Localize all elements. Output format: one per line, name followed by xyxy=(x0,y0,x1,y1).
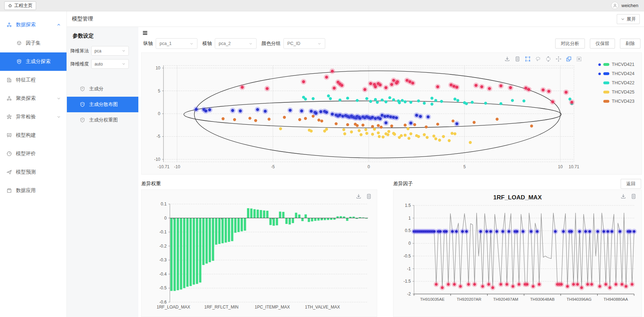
svg-text:0: 0 xyxy=(158,111,160,116)
sidebar-item-pca-explore[interactable]: 主成分探索 xyxy=(0,52,67,71)
weights-bar-chart[interactable]: 0.10-0.1-0.2-0.3-0.4-0.5-0.61RF_LOAD_MAX… xyxy=(142,190,375,315)
legend-swatch xyxy=(603,91,609,94)
sidebar-item-factor-set[interactable]: 因子集 xyxy=(0,34,67,52)
legend-item-THCVD423[interactable]: THCVD423 xyxy=(585,99,637,104)
svg-text:-0.1: -0.1 xyxy=(159,230,167,234)
x-axis-select[interactable]: pca_2 xyxy=(215,38,257,49)
param-nav-pca-scatter[interactable]: 主成分散布图 xyxy=(67,97,138,112)
lasso-select-icon[interactable] xyxy=(535,56,541,62)
project-home-button[interactable]: 工程主页 xyxy=(4,1,36,10)
legend-selected-dot xyxy=(598,63,601,66)
data-view-icon[interactable] xyxy=(514,56,521,62)
factor-line-chart[interactable]: 1.510.50-0.5-1-1.5-2TH910035AETH920207AR… xyxy=(393,201,641,305)
sidebar-item-cluster-explore[interactable]: 聚类探索 xyxy=(0,89,67,108)
select-value: pca_1 xyxy=(160,41,172,46)
download-icon[interactable] xyxy=(620,193,626,199)
sidebar-item-model-predict[interactable]: 模型预测 xyxy=(0,163,67,181)
svg-text:TH930648AB: TH930648AB xyxy=(530,297,554,301)
expand-button[interactable]: 展开 xyxy=(617,14,640,24)
download-icon[interactable] xyxy=(356,193,362,199)
sidebar-item-label: 数据应用 xyxy=(16,187,36,194)
y-axis-select[interactable]: pca_1 xyxy=(156,38,197,49)
param-field-label: 降维维度 xyxy=(70,61,89,67)
weights-section: 差异权重 0.10-0.1-0.2-0.3-0.4-0.5-0.61RF_LOA… xyxy=(141,178,377,317)
param-nav-pca-weight[interactable]: 主成分权重图 xyxy=(67,112,138,128)
factors-section-head: 差异因子 返回 xyxy=(393,178,642,189)
legend-item-THCVD421[interactable]: THCVD421 xyxy=(585,62,637,67)
svg-text:1.5: 1.5 xyxy=(405,203,411,208)
anomaly-icon xyxy=(6,114,12,120)
color-group-select[interactable]: PC_ID xyxy=(283,38,325,49)
svg-text:-0.2: -0.2 xyxy=(159,244,167,249)
x-axis-label: 横轴 xyxy=(202,40,212,47)
remove-button[interactable]: 剔除 xyxy=(620,39,640,49)
sidebar-item-data-explore[interactable]: 数据探索 xyxy=(0,16,67,34)
svg-text:-10: -10 xyxy=(174,164,180,169)
data-view-icon[interactable] xyxy=(631,193,637,199)
svg-text:10: 10 xyxy=(558,164,563,169)
select-value: pca xyxy=(94,49,101,53)
svg-text:-0.6: -0.6 xyxy=(159,300,167,305)
factors-section: 差异因子 返回 1RF_LOAD_MAX 1.510.50-0.5-1-1.5-… xyxy=(393,178,642,317)
clear-select-icon[interactable] xyxy=(576,56,582,62)
svg-text:-5: -5 xyxy=(156,134,160,139)
keep-only-button[interactable]: 仅保留 xyxy=(590,39,615,49)
reduce-dimension-select[interactable]: auto xyxy=(91,59,129,69)
back-button[interactable]: 返回 xyxy=(621,179,641,189)
factors-section-title: 差异因子 xyxy=(393,181,413,187)
pca-scatter-chart[interactable]: 1050-5-10-10.71-10-5051010.71 xyxy=(142,53,584,170)
keep-select-icon[interactable] xyxy=(566,56,572,62)
chevron-down-icon xyxy=(122,62,126,66)
svg-text:-0.4: -0.4 xyxy=(159,272,167,277)
sidebar-item-label: 因子集 xyxy=(26,40,41,46)
box-select-icon[interactable] xyxy=(525,56,531,62)
data-view-icon[interactable] xyxy=(366,193,372,199)
param-nav-label: 主成分 xyxy=(89,86,104,92)
legend-label: THCVD424 xyxy=(612,71,637,76)
svg-text:TH920207AR: TH920207AR xyxy=(457,297,482,301)
svg-text:10: 10 xyxy=(156,66,161,70)
factors-panel-icons xyxy=(620,193,637,199)
y-axis-label: 纵轴 xyxy=(143,40,153,47)
sidebar-item-data-app[interactable]: 数据应用 xyxy=(0,181,67,200)
svg-text:1RF_RFLCT_MIN: 1RF_RFLCT_MIN xyxy=(204,305,238,310)
sidebar-item-model-eval[interactable]: 模型评价 xyxy=(0,145,67,163)
factors-panel: 1RF_LOAD_MAX 1.510.50-0.5-1-1.5-2TH91003… xyxy=(393,189,642,317)
chevron-down-icon xyxy=(317,42,321,46)
hamburger-menu-icon[interactable] xyxy=(142,30,149,36)
svg-text:TH910035AE: TH910035AE xyxy=(420,297,444,301)
svg-text:-0.3: -0.3 xyxy=(159,257,167,262)
expand-button-label: 展开 xyxy=(627,16,636,22)
circle-select-icon[interactable] xyxy=(545,56,551,62)
svg-text:5: 5 xyxy=(158,89,160,94)
download-icon[interactable] xyxy=(504,56,510,62)
easel-icon xyxy=(6,132,12,138)
svg-text:10.71: 10.71 xyxy=(569,164,579,169)
gauge-icon xyxy=(6,151,12,157)
compare-analysis-button[interactable]: 对比分析 xyxy=(555,39,585,49)
svg-text:TH940880AA: TH940880AA xyxy=(604,297,628,301)
legend-swatch xyxy=(603,100,609,103)
legend-swatch xyxy=(603,63,609,66)
legend-item-THCVD425[interactable]: THCVD425 xyxy=(585,90,637,95)
sidebar-item-model-build[interactable]: 模型构建 xyxy=(0,126,67,145)
content-body: 参数设定 降维算法pca降维维度auto 主成分主成分散布图主成分权重图 纵轴p… xyxy=(67,27,644,317)
legend-label: THCVD425 xyxy=(612,90,637,95)
param-field-reduce-algorithm: 降维算法pca xyxy=(67,44,138,57)
legend-item-THCVD422[interactable]: THCVD422 xyxy=(585,80,637,85)
plane-icon xyxy=(6,169,12,175)
action-buttons: 对比分析仅保留剔除 xyxy=(555,39,640,49)
sidebar-item-feature-eng[interactable]: 特征工程 xyxy=(0,71,67,89)
sidebar-item-label: 模型预测 xyxy=(16,169,36,175)
user-menu[interactable]: weichen xyxy=(611,2,638,9)
legend-item-THCVD424[interactable]: THCVD424 xyxy=(585,71,637,76)
sidebar: 数据探索因子集主成分探索特征工程聚类探索异常检验模型构建模型评价模型预测数据应用 xyxy=(0,11,67,317)
reduce-algorithm-select[interactable]: pca xyxy=(91,46,129,56)
pan-select-icon[interactable] xyxy=(556,56,562,62)
chevron-down-icon xyxy=(249,42,253,46)
chevron-down-icon xyxy=(57,96,61,101)
param-nav-pca-main[interactable]: 主成分 xyxy=(67,81,138,97)
svg-text:-1: -1 xyxy=(407,266,411,271)
chevron-down-icon xyxy=(122,49,126,53)
sidebar-item-anomaly-check[interactable]: 异常检验 xyxy=(0,108,67,126)
